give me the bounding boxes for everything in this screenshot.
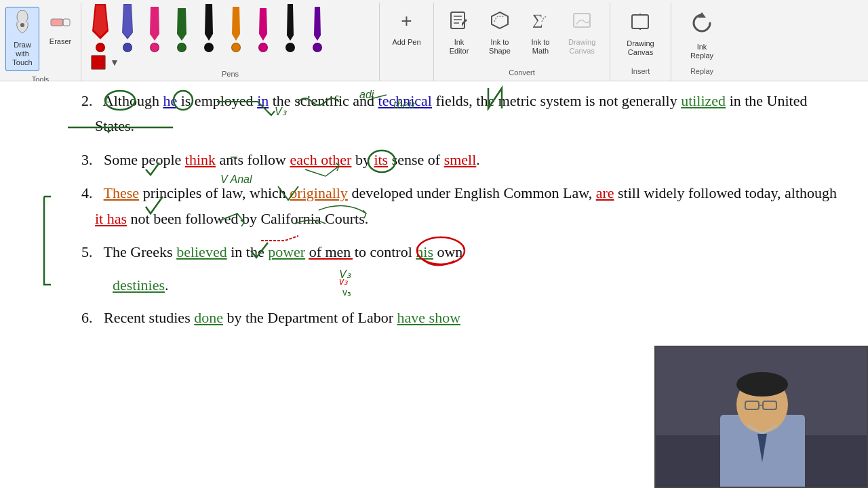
list-item-6: 6. Recent studies done by the Department… <box>81 305 841 330</box>
item-5-cont: destinies. <box>81 272 841 298</box>
draw-touch-label: Draw with Touch <box>10 41 35 68</box>
pen-blue-marker[interactable] <box>115 5 140 54</box>
svg-point-35 <box>736 372 788 396</box>
pen-nib-black2 <box>281 7 300 41</box>
drawing-canvas-icon <box>571 9 593 35</box>
ink-to-shape-button[interactable]: Ink toShape <box>480 5 519 68</box>
replay-section: InkReplay Replay <box>671 3 732 81</box>
word-in: in <box>257 92 269 109</box>
pen-pink[interactable] <box>142 5 167 54</box>
pen-magenta[interactable] <box>251 5 275 54</box>
svg-point-1 <box>20 23 24 27</box>
add-pen-icon: + <box>401 10 412 32</box>
word-destinies: destinies <box>113 277 165 293</box>
pens-section: ▼ Pens <box>81 3 380 81</box>
insert-drawing-canvas-button[interactable]: DrawingCanvas <box>621 7 659 61</box>
ink-replay-button[interactable]: InkReplay <box>684 7 719 64</box>
draw-with-touch-button[interactable]: Draw with Touch <box>5 7 39 71</box>
svg-marker-9 <box>492 12 508 28</box>
item-2-text: Although he is employed in the scientifi… <box>95 92 808 134</box>
pen-red-brush[interactable] <box>88 5 113 54</box>
word-its: its <box>374 151 388 168</box>
pen-nib-purple <box>308 7 327 41</box>
drawing-canvas-button[interactable]: DrawingCanvas <box>561 5 602 68</box>
svg-rect-2 <box>51 19 63 26</box>
pen-nib-green <box>172 7 191 41</box>
pen-nib-red <box>91 7 110 41</box>
color-dot-black2 <box>285 43 295 52</box>
word-believed: believed <box>176 243 227 260</box>
word-it-has: it has <box>95 210 127 227</box>
eraser-button[interactable]: Eraser <box>43 7 77 71</box>
active-color-swatch[interactable] <box>91 55 106 70</box>
color-dot-black <box>204 43 214 52</box>
word-utilized: utilized <box>681 92 726 109</box>
item-5-text: The Greeks believed in the power of men … <box>104 243 463 260</box>
color-dot-red <box>96 43 105 52</box>
pens-row <box>88 5 372 54</box>
ink-to-math-button[interactable]: ∑ Ink toMath <box>521 5 560 68</box>
word-smell: smell <box>444 151 477 168</box>
pen-black-thin[interactable] <box>197 5 221 54</box>
item-6-text: Recent studies done by the Department of… <box>104 309 460 326</box>
pen-orange[interactable] <box>224 5 248 54</box>
color-dot-blue <box>123 43 132 52</box>
word-each-other: each other <box>290 151 351 168</box>
convert-section-label: Convert <box>439 68 604 78</box>
word-think: think <box>185 151 216 168</box>
convert-section: InkEditor Ink toShape ∑ <box>434 3 610 81</box>
add-pen-section: + Add Pen <box>380 3 434 81</box>
color-dot-pink <box>150 43 159 52</box>
word-originally: originally <box>290 184 348 201</box>
convert-row: InkEditor Ink toShape ∑ <box>439 5 604 68</box>
eraser-label: Eraser <box>50 37 71 46</box>
item-number-6: 6. <box>81 309 100 326</box>
tools-row: Draw with Touch Eraser <box>5 7 77 71</box>
ink-editor-button[interactable]: InkEditor <box>439 5 479 68</box>
pen-purple[interactable] <box>305 5 330 54</box>
pen-black-ultrathin[interactable] <box>278 5 302 54</box>
ink-to-shape-label: Ink toShape <box>489 38 511 56</box>
color-dot-green <box>177 43 186 52</box>
pen-dropdown-chevron[interactable]: ▼ <box>110 57 119 68</box>
pen-nib-pink <box>145 7 164 41</box>
color-dot-orange <box>231 43 241 52</box>
pens-section-label: Pens <box>88 70 372 79</box>
word-he: he <box>163 92 177 109</box>
item-4-text: These principles of law, which originall… <box>95 184 837 226</box>
person-video <box>656 347 867 487</box>
add-pen-button[interactable]: + <box>393 7 421 35</box>
list-item-2: 2. Although he is employed in the scient… <box>81 88 841 139</box>
pen-nib-black <box>199 7 218 41</box>
item-number-4: 4. <box>81 184 100 201</box>
word-his: his <box>416 243 433 260</box>
item-number-5: 5. <box>81 243 100 260</box>
svg-rect-12 <box>632 15 648 28</box>
color-dot-purple <box>313 43 322 52</box>
word-have-show: have show <box>397 309 460 326</box>
toolbar: Draw with Touch Eraser Tools <box>0 0 868 81</box>
drawing-canvas-label: DrawingCanvas <box>568 38 595 56</box>
word-are: are <box>596 184 614 201</box>
color-dot-magenta <box>258 43 268 52</box>
list-item-3: 3. Some people think ants follow each ot… <box>81 147 841 172</box>
pen-nib-orange <box>226 7 245 41</box>
ink-editor-label: InkEditor <box>450 38 469 56</box>
eraser-icon <box>50 9 71 36</box>
pen-green[interactable] <box>170 5 194 54</box>
ink-to-shape-icon <box>489 9 511 35</box>
item-number-2: 2. <box>81 92 100 109</box>
list-item-5: 5. The Greeks believed in the power of m… <box>81 239 841 264</box>
word-these: These <box>104 184 140 201</box>
insert-canvas-label: DrawingCanvas <box>627 39 654 57</box>
svg-rect-5 <box>451 12 465 28</box>
word-technical: technical <box>378 92 432 109</box>
pen-nib-blue <box>118 7 137 41</box>
svg-point-0 <box>17 10 28 24</box>
ink-replay-label: InkReplay <box>690 43 713 60</box>
insert-section: DrawingCanvas Insert <box>610 3 671 81</box>
pen-nib-magenta <box>254 7 273 41</box>
add-pen-label: Add Pen <box>392 38 420 47</box>
item-number-3: 3. <box>81 151 100 168</box>
ink-to-math-label: Ink toMath <box>532 38 550 56</box>
